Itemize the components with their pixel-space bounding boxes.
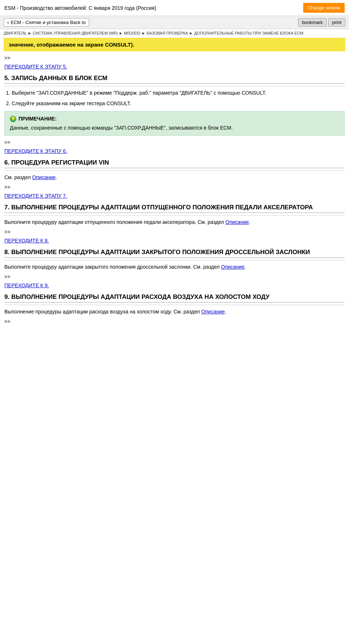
section9-link[interactable]: Описание — [201, 309, 225, 315]
section7-suffix: . — [249, 219, 250, 225]
bookmark-button[interactable]: bookmark — [298, 18, 327, 27]
section9-separator — [4, 305, 345, 305]
nav-action-buttons: bookmark print — [298, 18, 345, 27]
change-vehicle-button[interactable]: Change vehicle — [303, 3, 345, 13]
nav-bar: < ЕСМ - Снятие и установка Back to bookm… — [0, 16, 349, 29]
section6-separator — [4, 170, 345, 171]
header-title: ESM - Производство автомобилей: С января… — [4, 5, 156, 11]
link-step8[interactable]: ПЕРЕХОДИТЕ К 8. — [4, 238, 49, 244]
arrow-2: >> — [4, 139, 345, 145]
arrow-1: >> — [4, 55, 345, 61]
arrow-4: >> — [4, 229, 345, 235]
section8-heading: 8. ВЫПОЛНЕНИЕ ПРОЦЕДУРЫ АДАПТАЦИИ ЗАКРЫТ… — [4, 249, 345, 258]
arrow-3: >> — [4, 184, 345, 190]
note-title-row: 💡 ПРИМЕЧАНИЕ: — [10, 115, 339, 123]
back-button[interactable]: < ЕСМ - Снятие и установка Back to — [4, 18, 89, 27]
section7-heading: 7. ВЫПОЛНЕНИЕ ПРОЦЕДУРЫ АДАПТАЦИИ ОТПУЩЕ… — [4, 204, 345, 213]
section7-text: Выполните процедуру адаптации отпущенног… — [4, 219, 225, 225]
breadcrumb: ДВИГАТЕЛЬ ► СИСТЕМА УПРАВЛЕНИЯ ДВИГАТЕЛЕ… — [0, 29, 349, 38]
link-step6-para: ПЕРЕХОДИТЕ К ЭТАПУ 6. — [4, 148, 345, 154]
section6-content: См. раздел Описание. — [4, 174, 345, 181]
link-step8-para: ПЕРЕХОДИТЕ К 8. — [4, 238, 345, 244]
note-icon: 💡 — [10, 116, 16, 122]
section5-steps: Выберите "ЗАП.СОХР.ДАННЫЕ" в режиме "Под… — [12, 89, 345, 107]
section5-separator — [4, 86, 345, 86]
section8-text: Выполните процедуру адаптации закрытого … — [4, 264, 221, 270]
section9-suffix: . — [225, 309, 226, 315]
back-arrow-icon: < — [7, 20, 9, 25]
section5-step2: Следуйте указаниям на экране тестера CON… — [12, 100, 345, 107]
section9-content: Выполнение процедуры адаптации расхода в… — [4, 308, 345, 316]
note-title-text: ПРИМЕЧАНИЕ: — [19, 115, 57, 123]
print-button[interactable]: print — [328, 18, 345, 27]
section6-link[interactable]: Описание — [32, 174, 56, 180]
link-step7-para: ПЕРЕХОДИТЕ К ЭТАПУ 7. — [4, 193, 345, 199]
section6-prefix: См. раздел — [4, 174, 32, 180]
link-step9-para: ПЕРЕХОДИТЕ К 9. — [4, 283, 345, 288]
section6-suffix: . — [56, 174, 57, 180]
link-step5[interactable]: ПЕРЕХОДИТЕ К ЭТАПУ 5. — [4, 64, 67, 70]
section7-link[interactable]: Описание — [225, 219, 249, 225]
section9-text: Выполнение процедуры адаптации расхода в… — [4, 309, 201, 315]
note-body: Данные, сохраненные с помощью команды "З… — [10, 124, 339, 132]
section5-heading: 5. ЗАПИСЬ ДАННЫХ В БЛОК ЕСМ — [4, 75, 345, 84]
link-step6[interactable]: ПЕРЕХОДИТЕ К ЭТАПУ 6. — [4, 148, 67, 154]
section7-separator — [4, 215, 345, 216]
link-step9[interactable]: ПЕРЕХОДИТЕ К 9. — [4, 283, 49, 288]
section5-note: 💡 ПРИМЕЧАНИЕ: Данные, сохраненные с помо… — [4, 111, 345, 136]
section8-separator — [4, 260, 345, 260]
back-to-label: Back to — [70, 20, 86, 25]
section8-suffix: . — [244, 264, 246, 270]
arrow-6: >> — [4, 319, 345, 324]
main-content: >> ПЕРЕХОДИТЕ К ЭТАПУ 5. 5. ЗАПИСЬ ДАННЫ… — [0, 55, 349, 324]
arrow-5: >> — [4, 274, 345, 280]
header-bar: ESM - Производство автомобилей: С января… — [0, 0, 349, 16]
section7-content: Выполните процедуру адаптации отпущенног… — [4, 218, 345, 226]
section8-content: Выполните процедуру адаптации закрытого … — [4, 263, 345, 271]
section8-link[interactable]: Описание — [221, 264, 244, 270]
section5-step1: Выберите "ЗАП.СОХР.ДАННЫЕ" в режиме "Под… — [12, 89, 345, 97]
highlight-banner: значение, отображаемое на экране CONSULT… — [4, 38, 345, 51]
link-step5-para: ПЕРЕХОДИТЕ К ЭТАПУ 5. — [4, 64, 345, 70]
link-step7[interactable]: ПЕРЕХОДИТЕ К ЭТАПУ 7. — [4, 193, 67, 199]
section9-heading: 9. ВЫПОЛНЕНИЕ ПРОЦЕДУРЫ АДАПТАЦИИ РАСХОД… — [4, 293, 345, 303]
back-label: ЕСМ - Снятие и установка — [11, 20, 68, 25]
section6-heading: 6. ПРОЦЕДУРА РЕГИСТРАЦИИ VIN — [4, 159, 345, 168]
